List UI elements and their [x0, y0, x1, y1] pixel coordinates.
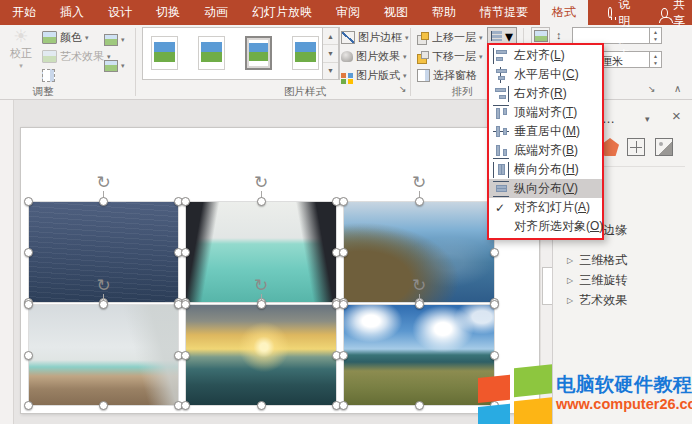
photo-foggy-cliff-beach[interactable]: ↻ [29, 305, 178, 405]
rotation-handle-icon[interactable]: ↻ [410, 174, 428, 192]
picture-effects-button[interactable]: 图片效果 ▾ [341, 48, 407, 65]
picture-tab-icon[interactable] [655, 138, 673, 156]
pane-section-row[interactable]: ▷ 三维旋转 [567, 272, 627, 289]
picture-styles-dialog-launcher-icon[interactable]: ↘ [399, 84, 407, 94]
rotation-handle-icon[interactable]: ↻ [252, 277, 270, 295]
selection-handle[interactable] [181, 401, 190, 410]
selection-handle[interactable] [339, 351, 348, 360]
share-button[interactable]: 共享 [647, 0, 692, 25]
ribbon-tab[interactable]: 视图 [372, 0, 420, 25]
tell-me-search[interactable]: 操作说明搜索 [598, 0, 647, 25]
size-properties-tab-icon[interactable] [627, 138, 645, 156]
selection-handle[interactable] [99, 401, 108, 410]
selection-handle[interactable] [257, 401, 266, 410]
gallery-scroll-down-icon[interactable]: ▼ [323, 45, 338, 62]
pane-section-row[interactable]: ▷ 艺术效果 [567, 292, 627, 309]
rotation-handle-icon[interactable]: ↻ [95, 277, 113, 295]
corrections-label: 校正 [10, 46, 32, 61]
picture-style-thumbnail[interactable] [151, 36, 178, 70]
selection-handle[interactable] [99, 300, 108, 309]
selection-handle[interactable] [339, 300, 348, 309]
menu-item-icon [493, 86, 509, 102]
rotation-handle-icon[interactable]: ↻ [95, 174, 113, 192]
ribbon-tab[interactable]: 设计 [96, 0, 144, 25]
picture-style-thumbnail[interactable] [198, 36, 225, 70]
ribbon-tab[interactable]: 幻灯片放映 [240, 0, 324, 25]
selection-handle[interactable] [415, 197, 424, 206]
compress-picture-button[interactable]: ▾ [104, 31, 125, 48]
photo-sunset-beach[interactable]: ↻ [186, 305, 336, 405]
ribbon-tab[interactable]: 开始 [0, 0, 48, 25]
picture-border-button[interactable]: 图片边框 ▾ [341, 29, 409, 46]
spin-up-icon[interactable]: ▲ [650, 28, 661, 36]
pane-section-label: 三维格式 [579, 252, 627, 269]
menu-item[interactable]: 垂直居中(M) [489, 122, 602, 141]
selection-handle[interactable] [181, 248, 190, 257]
width-spinner[interactable]: ▲ ▼ [649, 52, 661, 67]
picture-style-thumbnail[interactable] [292, 36, 319, 70]
change-picture-button[interactable]: ▾ [104, 57, 125, 74]
menu-item[interactable]: 右对齐(R) [489, 84, 602, 103]
shape-height-field[interactable]: ▲ ▼ [572, 27, 662, 44]
ribbon-tab[interactable]: 插入 [48, 0, 96, 25]
size-dialog-launcher-icon[interactable]: ↘ [648, 84, 656, 94]
selection-handle[interactable] [257, 300, 266, 309]
reset-picture-button[interactable] [42, 67, 55, 84]
selection-handle[interactable] [99, 197, 108, 206]
menu-item[interactable]: 对齐所选对象(O) [489, 217, 602, 236]
color-button[interactable]: 颜色 ▾ [42, 29, 89, 46]
selection-pane-button[interactable]: 选择窗格 [417, 67, 477, 84]
selection-handle[interactable] [181, 197, 190, 206]
spin-down-icon[interactable]: ▼ [650, 36, 661, 44]
selection-handle[interactable] [24, 300, 33, 309]
ribbon-tab[interactable]: 动画 [192, 0, 240, 25]
rotation-handle-icon[interactable]: ↻ [410, 277, 428, 295]
style-preview [201, 39, 222, 67]
selection-handle[interactable] [415, 401, 424, 410]
picture-styles-gallery[interactable] [142, 27, 340, 80]
menu-item[interactable]: 底端对齐(B) [489, 141, 602, 160]
menu-item[interactable]: 对齐幻灯片(A) [489, 198, 602, 217]
selection-handle[interactable] [339, 248, 348, 257]
gallery-scroll-up-icon[interactable]: ▲ [323, 28, 338, 45]
selection-handle[interactable] [24, 351, 33, 360]
ribbon-tab[interactable]: 格式 [540, 0, 588, 25]
selection-handle[interactable] [181, 351, 190, 360]
selection-handle[interactable] [181, 300, 190, 309]
picture-style-thumbnail-selected[interactable] [245, 36, 272, 70]
selection-handle[interactable] [339, 197, 348, 206]
pane-section-row[interactable]: ▷ 三维格式 [567, 252, 627, 269]
ribbon-tab[interactable]: 帮助 [420, 0, 468, 25]
menu-item[interactable]: 水平居中(C) [489, 65, 602, 84]
pane-options-icon[interactable]: ▾ [645, 114, 650, 124]
menu-item[interactable]: 左对齐(L) [489, 46, 602, 65]
bring-forward-button[interactable]: 上移一层 ▾ [417, 29, 483, 46]
artistic-effects-button[interactable]: 艺术效果 ▾ [42, 48, 111, 65]
selection-handle[interactable] [490, 351, 499, 360]
selection-handle[interactable] [24, 197, 33, 206]
photo-grassy-coast[interactable]: ↻ [344, 305, 494, 405]
height-spinner[interactable]: ▲ ▼ [649, 28, 661, 43]
menu-item[interactable]: 横向分布(H) [489, 160, 602, 179]
spin-up-icon[interactable]: ▲ [650, 52, 661, 60]
selection-handle[interactable] [257, 197, 266, 206]
ribbon-tab[interactable]: 情节提要 [468, 0, 540, 25]
collapse-ribbon-icon[interactable]: ∧ [674, 83, 681, 94]
rotation-handle-icon[interactable]: ↻ [252, 174, 270, 192]
ribbon-tab[interactable]: 审阅 [324, 0, 372, 25]
selection-handle[interactable] [24, 248, 33, 257]
corrections-button[interactable]: ☀ 校正 ▾ [5, 28, 37, 82]
ribbon-tab[interactable]: 切换 [144, 0, 192, 25]
send-backward-button[interactable]: 下移一层 ▾ [417, 48, 483, 65]
selection-handle[interactable] [415, 300, 424, 309]
selection-handle[interactable] [24, 401, 33, 410]
picture-layout-button[interactable]: 图片版式 ▾ [341, 67, 407, 84]
menu-item[interactable]: 纵向分布(V) [489, 179, 602, 198]
gallery-more-icon[interactable]: ▼ [323, 63, 338, 79]
selection-handle[interactable] [339, 401, 348, 410]
close-icon[interactable]: × [672, 108, 681, 123]
menu-item[interactable]: 顶端对齐(T) [489, 103, 602, 122]
spin-down-icon[interactable]: ▼ [650, 60, 661, 68]
selection-handle[interactable] [490, 248, 499, 257]
selection-handle[interactable] [490, 300, 499, 309]
